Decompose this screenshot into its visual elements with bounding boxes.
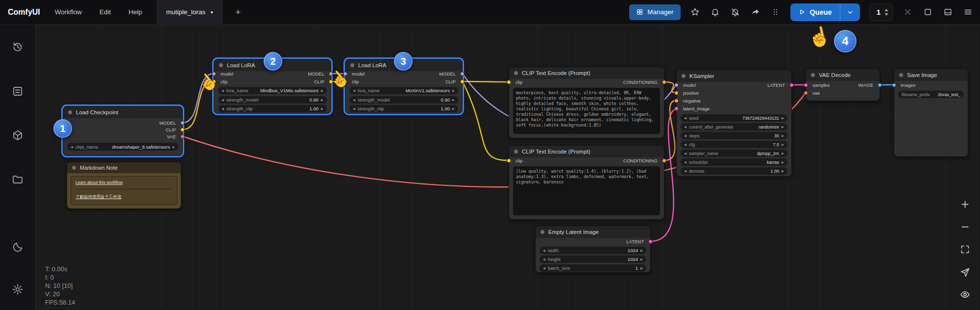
next-value-icon[interactable]: ▶: [321, 87, 323, 94]
fit-view-button[interactable]: [956, 240, 974, 258]
panel-toggle-button[interactable]: [922, 7, 933, 18]
collapse-dot-icon[interactable]: [68, 110, 72, 114]
workflow-tab[interactable]: mutiple_loras ●: [156, 0, 223, 25]
share-button[interactable]: [750, 7, 761, 18]
notifications-button[interactable]: [710, 7, 721, 18]
batch-count-control[interactable]: 1: [869, 3, 893, 21]
increment-icon[interactable]: ▶: [321, 96, 323, 103]
widget-cfg[interactable]: ◀ cfg 7.0 ▶: [681, 141, 787, 148]
widget-seed[interactable]: ◀ seed 736724629443131 ▶: [681, 114, 787, 122]
node-markdown-note-header[interactable]: Markdown Note: [67, 162, 181, 173]
theme-toggle-button[interactable]: [8, 237, 27, 257]
positive-prompt-textarea[interactable]: masterpiece, best quality, ultra-detaile…: [513, 88, 660, 134]
prev-value-icon[interactable]: ◀: [684, 123, 686, 130]
next-value-icon[interactable]: ▶: [452, 87, 455, 94]
collapse-dot-icon[interactable]: [514, 71, 518, 75]
model-library-button[interactable]: [8, 126, 27, 145]
select-mode-button[interactable]: [956, 263, 974, 281]
node-vae-decode-header[interactable]: VAE Decode: [806, 69, 880, 81]
decrement-icon[interactable]: ◀: [353, 105, 355, 112]
collapse-dot-icon[interactable]: [899, 73, 903, 77]
next-value-icon[interactable]: ▶: [782, 150, 784, 157]
queue-options-button[interactable]: [840, 3, 860, 21]
decrement-icon[interactable]: ◀: [684, 141, 686, 148]
prev-value-icon[interactable]: ◀: [353, 87, 355, 94]
images-input-port[interactable]: [892, 83, 896, 87]
drag-handle[interactable]: [770, 7, 781, 18]
increment-icon[interactable]: ▶: [640, 256, 643, 263]
node-empty-latent-image[interactable]: Empty Latent Image LATENT ◀ width 1024 ▶…: [535, 226, 651, 273]
increment-icon[interactable]: ▶: [452, 96, 455, 103]
negative-input-port[interactable]: [674, 99, 679, 103]
next-value-icon[interactable]: ▶: [782, 123, 784, 130]
clip-input-port[interactable]: [507, 158, 511, 163]
latent-image-input-port[interactable]: [674, 106, 679, 111]
increment-icon[interactable]: ▶: [452, 105, 455, 112]
model-input-port[interactable]: [674, 83, 679, 87]
node-markdown-note[interactable]: Markdown Note Learn about this workflow …: [67, 162, 181, 209]
prev-value-icon[interactable]: ◀: [221, 87, 224, 94]
interrupt-button[interactable]: [902, 7, 913, 18]
next-value-icon[interactable]: ▶: [782, 158, 784, 166]
decrement-icon[interactable]: ◀: [221, 96, 224, 103]
node-empty-latent-header[interactable]: Empty Latent Image: [536, 226, 650, 238]
widget-denoise[interactable]: ◀ denoise 1.00 ▶: [681, 167, 787, 175]
collapse-dot-icon[interactable]: [682, 74, 686, 78]
increment-icon[interactable]: ▶: [321, 105, 323, 112]
image-output-port[interactable]: [878, 83, 882, 87]
decrement-icon[interactable]: ◀: [684, 114, 686, 122]
increment-icon[interactable]: ▶: [640, 247, 643, 254]
workflows-browser-button[interactable]: [8, 170, 27, 189]
decrement-icon[interactable]: ◀: [684, 132, 686, 139]
decrement-icon[interactable]: ◀: [684, 167, 686, 175]
new-workflow-button[interactable]: +: [231, 7, 245, 18]
node-ksampler-header[interactable]: KSampler: [677, 70, 791, 82]
queue-button[interactable]: Queue: [790, 3, 840, 21]
samples-input-port[interactable]: [804, 83, 808, 87]
collapse-dot-icon[interactable]: [514, 150, 518, 154]
count-increment-button[interactable]: [884, 9, 888, 11]
collapse-dot-icon[interactable]: [350, 63, 354, 67]
decrement-icon[interactable]: ◀: [543, 247, 545, 254]
increment-icon[interactable]: ▶: [782, 141, 784, 148]
vae-output-port[interactable]: [180, 134, 185, 139]
workflow-history-button[interactable]: [8, 37, 27, 57]
node-clip-positive-header[interactable]: CLIP Text Encode (Prompt): [509, 67, 664, 79]
collapse-dot-icon[interactable]: [811, 73, 815, 77]
widget-strength-model[interactable]: ◀ strength_model 0.90 ▶: [218, 96, 327, 103]
decrement-icon[interactable]: ◀: [221, 105, 224, 112]
collapse-dot-icon[interactable]: [219, 63, 223, 67]
widget-lora-name[interactable]: ◀ lora_name MoXinV1.safetensors ▶: [349, 87, 458, 94]
latent-output-port[interactable]: [789, 83, 794, 87]
node-library-button[interactable]: [8, 81, 27, 101]
decrement-icon[interactable]: ◀: [353, 96, 355, 103]
widget-width[interactable]: ◀ width 1024 ▶: [539, 247, 646, 254]
latent-output-port[interactable]: [648, 239, 653, 244]
star-button[interactable]: [690, 7, 701, 18]
increment-icon[interactable]: ▶: [782, 132, 784, 139]
toggle-visibility-button[interactable]: [956, 285, 974, 303]
zoom-out-button[interactable]: [956, 218, 974, 235]
node-clip-text-encode-negative[interactable]: CLIP Text Encode (Prompt) clip CONDITION…: [509, 145, 664, 220]
menu-edit[interactable]: Edit: [99, 8, 111, 16]
next-value-icon[interactable]: ▶: [172, 143, 175, 151]
model-output-port[interactable]: [460, 72, 465, 76]
collapse-dot-icon[interactable]: [540, 230, 544, 234]
widget-strength-clip[interactable]: ◀ strength_clip 1.00 ▶: [218, 105, 327, 112]
clip-input-port[interactable]: [507, 80, 511, 84]
settings-button[interactable]: [8, 280, 27, 299]
node-clip-text-encode-positive[interactable]: CLIP Text Encode (Prompt) clip CONDITION…: [509, 67, 664, 138]
prev-value-icon[interactable]: ◀: [684, 158, 686, 166]
collapse-dot-icon[interactable]: [72, 166, 76, 170]
widget-steps[interactable]: ◀ steps 30 ▶: [681, 132, 787, 139]
decrement-icon[interactable]: ◀: [543, 264, 545, 272]
conditioning-output-port[interactable]: [662, 80, 666, 84]
widget-filename-prefix[interactable]: filename_prefix 2loras_test_: [898, 91, 964, 98]
widget-lora-name[interactable]: ◀ lora_name blindbox_V1Mix.safetensors ▶: [218, 87, 327, 94]
widget-scheduler[interactable]: ◀ scheduler karras ▶: [681, 158, 787, 166]
vae-input-port[interactable]: [804, 91, 808, 95]
workflow-doc-link-en[interactable]: Learn about this workflow: [75, 180, 172, 185]
increment-icon[interactable]: ▶: [782, 114, 784, 122]
node-load-checkpoint[interactable]: Load Checkpoint MODEL CLIP VAE ◀ ckpt_na…: [63, 106, 183, 156]
positive-input-port[interactable]: [674, 91, 679, 95]
